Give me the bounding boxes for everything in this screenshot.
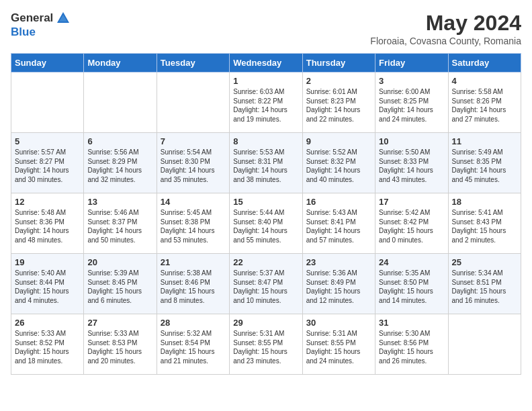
calendar-week-row: 12Sunrise: 5:48 AM Sunset: 8:36 PM Dayli… xyxy=(11,193,521,254)
calendar-header-row: SundayMondayTuesdayWednesdayThursdayFrid… xyxy=(11,54,521,73)
day-number: 18 xyxy=(452,197,517,207)
calendar-cell xyxy=(448,314,521,375)
month-year-title: May 2024 xyxy=(370,11,521,36)
calendar-week-row: 19Sunrise: 5:40 AM Sunset: 8:44 PM Dayli… xyxy=(11,254,521,314)
calendar-cell xyxy=(84,73,157,133)
day-number: 3 xyxy=(379,76,444,86)
calendar-cell: 16Sunrise: 5:43 AM Sunset: 8:41 PM Dayli… xyxy=(302,193,375,254)
cell-info: Sunrise: 5:57 AM Sunset: 8:27 PM Dayligh… xyxy=(15,148,80,184)
cell-info: Sunrise: 5:36 AM Sunset: 8:49 PM Dayligh… xyxy=(306,269,371,305)
cell-info: Sunrise: 6:01 AM Sunset: 8:23 PM Dayligh… xyxy=(306,87,371,124)
calendar-cell: 14Sunrise: 5:45 AM Sunset: 8:38 PM Dayli… xyxy=(157,193,229,254)
cell-info: Sunrise: 5:40 AM Sunset: 8:44 PM Dayligh… xyxy=(15,269,80,305)
day-number: 1 xyxy=(233,76,298,86)
day-number: 14 xyxy=(161,197,226,207)
cell-info: Sunrise: 5:32 AM Sunset: 8:54 PM Dayligh… xyxy=(161,329,226,365)
cell-info: Sunrise: 5:41 AM Sunset: 8:43 PM Dayligh… xyxy=(452,208,517,244)
cell-info: Sunrise: 5:33 AM Sunset: 8:53 PM Dayligh… xyxy=(87,329,152,365)
cell-info: Sunrise: 5:37 AM Sunset: 8:47 PM Dayligh… xyxy=(233,269,298,305)
calendar-cell: 7Sunrise: 5:54 AM Sunset: 8:30 PM Daylig… xyxy=(157,133,229,193)
calendar-cell: 11Sunrise: 5:49 AM Sunset: 8:35 PM Dayli… xyxy=(448,133,521,193)
calendar-cell: 3Sunrise: 6:00 AM Sunset: 8:25 PM Daylig… xyxy=(375,73,448,133)
day-number: 16 xyxy=(306,197,371,207)
day-number: 29 xyxy=(233,318,298,328)
cell-info: Sunrise: 5:35 AM Sunset: 8:50 PM Dayligh… xyxy=(379,269,444,305)
calendar-week-row: 5Sunrise: 5:57 AM Sunset: 8:27 PM Daylig… xyxy=(11,133,521,193)
calendar-cell: 31Sunrise: 5:30 AM Sunset: 8:56 PM Dayli… xyxy=(375,314,448,375)
day-number: 15 xyxy=(233,197,298,207)
calendar-cell: 19Sunrise: 5:40 AM Sunset: 8:44 PM Dayli… xyxy=(11,254,84,314)
calendar-cell: 20Sunrise: 5:39 AM Sunset: 8:45 PM Dayli… xyxy=(84,254,157,314)
day-number: 4 xyxy=(452,76,517,86)
cell-info: Sunrise: 5:39 AM Sunset: 8:45 PM Dayligh… xyxy=(87,269,152,305)
cell-info: Sunrise: 5:50 AM Sunset: 8:33 PM Dayligh… xyxy=(379,148,444,184)
calendar-cell: 17Sunrise: 5:42 AM Sunset: 8:42 PM Dayli… xyxy=(375,193,448,254)
day-number: 27 xyxy=(87,318,152,328)
calendar-cell: 24Sunrise: 5:35 AM Sunset: 8:50 PM Dayli… xyxy=(375,254,448,314)
day-of-week-header: Thursday xyxy=(302,54,375,73)
cell-info: Sunrise: 5:31 AM Sunset: 8:55 PM Dayligh… xyxy=(233,329,298,365)
calendar-cell: 2Sunrise: 6:01 AM Sunset: 8:23 PM Daylig… xyxy=(302,73,375,133)
cell-info: Sunrise: 5:38 AM Sunset: 8:46 PM Dayligh… xyxy=(161,269,226,305)
calendar-week-row: 26Sunrise: 5:33 AM Sunset: 8:52 PM Dayli… xyxy=(11,314,521,375)
day-of-week-header: Tuesday xyxy=(157,54,229,73)
calendar-cell xyxy=(11,73,84,133)
day-number: 6 xyxy=(87,136,152,146)
day-number: 19 xyxy=(15,257,80,267)
day-number: 13 xyxy=(87,197,152,207)
calendar-week-row: 1Sunrise: 6:03 AM Sunset: 8:22 PM Daylig… xyxy=(11,73,521,133)
cell-info: Sunrise: 5:49 AM Sunset: 8:35 PM Dayligh… xyxy=(452,148,517,184)
page-header: General Blue May 2024 Floroaia, Covasna … xyxy=(11,11,521,46)
calendar-cell: 1Sunrise: 6:03 AM Sunset: 8:22 PM Daylig… xyxy=(230,73,302,133)
day-number: 22 xyxy=(233,257,298,267)
cell-info: Sunrise: 5:56 AM Sunset: 8:29 PM Dayligh… xyxy=(87,148,152,184)
cell-info: Sunrise: 5:44 AM Sunset: 8:40 PM Dayligh… xyxy=(233,208,298,244)
calendar-cell: 12Sunrise: 5:48 AM Sunset: 8:36 PM Dayli… xyxy=(11,193,84,254)
day-number: 8 xyxy=(233,136,298,146)
day-number: 12 xyxy=(15,197,80,207)
day-number: 10 xyxy=(379,136,444,146)
day-number: 30 xyxy=(306,318,371,328)
calendar-cell: 21Sunrise: 5:38 AM Sunset: 8:46 PM Dayli… xyxy=(157,254,229,314)
cell-info: Sunrise: 6:00 AM Sunset: 8:25 PM Dayligh… xyxy=(379,87,444,124)
day-of-week-header: Sunday xyxy=(11,54,84,73)
calendar-cell: 25Sunrise: 5:34 AM Sunset: 8:51 PM Dayli… xyxy=(448,254,521,314)
cell-info: Sunrise: 5:30 AM Sunset: 8:56 PM Dayligh… xyxy=(379,329,444,365)
calendar-cell: 30Sunrise: 5:31 AM Sunset: 8:55 PM Dayli… xyxy=(302,314,375,375)
logo-icon xyxy=(56,11,71,26)
calendar-cell: 9Sunrise: 5:52 AM Sunset: 8:32 PM Daylig… xyxy=(302,133,375,193)
day-number: 31 xyxy=(379,318,444,328)
calendar-table: SundayMondayTuesdayWednesdayThursdayFrid… xyxy=(11,53,521,375)
day-of-week-header: Saturday xyxy=(448,54,521,73)
cell-info: Sunrise: 5:31 AM Sunset: 8:55 PM Dayligh… xyxy=(306,329,371,365)
cell-info: Sunrise: 5:48 AM Sunset: 8:36 PM Dayligh… xyxy=(15,208,80,244)
day-number: 26 xyxy=(15,318,80,328)
cell-info: Sunrise: 5:58 AM Sunset: 8:26 PM Dayligh… xyxy=(452,87,517,124)
calendar-cell: 29Sunrise: 5:31 AM Sunset: 8:55 PM Dayli… xyxy=(230,314,302,375)
cell-info: Sunrise: 5:43 AM Sunset: 8:41 PM Dayligh… xyxy=(306,208,371,244)
day-number: 28 xyxy=(161,318,226,328)
cell-info: Sunrise: 6:03 AM Sunset: 8:22 PM Dayligh… xyxy=(233,87,298,124)
calendar-cell: 8Sunrise: 5:53 AM Sunset: 8:31 PM Daylig… xyxy=(230,133,302,193)
calendar-cell: 23Sunrise: 5:36 AM Sunset: 8:49 PM Dayli… xyxy=(302,254,375,314)
cell-info: Sunrise: 5:34 AM Sunset: 8:51 PM Dayligh… xyxy=(452,269,517,305)
calendar-cell: 18Sunrise: 5:41 AM Sunset: 8:43 PM Dayli… xyxy=(448,193,521,254)
calendar-cell: 10Sunrise: 5:50 AM Sunset: 8:33 PM Dayli… xyxy=(375,133,448,193)
calendar-cell: 4Sunrise: 5:58 AM Sunset: 8:26 PM Daylig… xyxy=(448,73,521,133)
day-number: 2 xyxy=(306,76,371,86)
day-number: 24 xyxy=(379,257,444,267)
calendar-cell: 5Sunrise: 5:57 AM Sunset: 8:27 PM Daylig… xyxy=(11,133,84,193)
calendar-cell: 6Sunrise: 5:56 AM Sunset: 8:29 PM Daylig… xyxy=(84,133,157,193)
calendar-cell: 13Sunrise: 5:46 AM Sunset: 8:37 PM Dayli… xyxy=(84,193,157,254)
logo-blue-text: Blue xyxy=(11,26,36,38)
calendar-cell: 22Sunrise: 5:37 AM Sunset: 8:47 PM Dayli… xyxy=(230,254,302,314)
cell-info: Sunrise: 5:52 AM Sunset: 8:32 PM Dayligh… xyxy=(306,148,371,184)
day-number: 21 xyxy=(161,257,226,267)
day-number: 20 xyxy=(87,257,152,267)
day-number: 11 xyxy=(452,136,517,146)
day-of-week-header: Friday xyxy=(375,54,448,73)
day-of-week-header: Monday xyxy=(84,54,157,73)
calendar-cell: 27Sunrise: 5:33 AM Sunset: 8:53 PM Dayli… xyxy=(84,314,157,375)
cell-info: Sunrise: 5:46 AM Sunset: 8:37 PM Dayligh… xyxy=(87,208,152,244)
cell-info: Sunrise: 5:53 AM Sunset: 8:31 PM Dayligh… xyxy=(233,148,298,184)
